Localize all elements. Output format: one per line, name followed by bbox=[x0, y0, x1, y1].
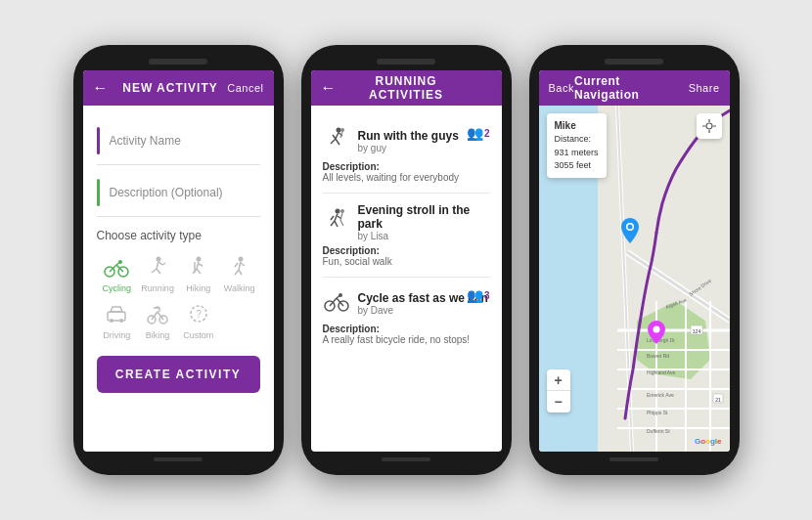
user-pin bbox=[619, 218, 641, 247]
description-label: Description (Optional) bbox=[110, 186, 223, 199]
biking-icon bbox=[143, 299, 172, 328]
phone-bottom-bar bbox=[154, 457, 203, 461]
back-arrow-icon[interactable]: ← bbox=[93, 79, 116, 97]
phone2-content: Run with the guys by guy 👥 2 Description… bbox=[311, 106, 502, 365]
group-badge-1: 👥 2 bbox=[467, 125, 490, 141]
phone-navigation: Back Current Navigation Share bbox=[529, 45, 740, 475]
phone3-screen: Back Current Navigation Share bbox=[539, 70, 730, 452]
svg-line-11 bbox=[162, 263, 165, 265]
svg-point-38 bbox=[340, 128, 344, 132]
svg-line-37 bbox=[333, 135, 336, 139]
custom-icon: ? bbox=[184, 299, 213, 328]
phone3-share-button[interactable]: Share bbox=[689, 82, 720, 94]
list-item[interactable]: Evening stroll in the park by Lisa Descr… bbox=[323, 194, 490, 278]
activity-icon-running bbox=[323, 125, 350, 157]
description-field[interactable]: Description (Optional) bbox=[97, 169, 260, 217]
svg-point-40 bbox=[335, 209, 339, 214]
custom-label: Custom bbox=[183, 330, 213, 340]
svg-line-8 bbox=[152, 269, 157, 273]
group-count-1: 2 bbox=[484, 128, 490, 139]
cancel-button[interactable]: Cancel bbox=[225, 82, 264, 94]
activity-icon-cycling bbox=[323, 287, 350, 320]
map-distance-label: Distance: bbox=[555, 133, 599, 147]
svg-line-3 bbox=[110, 265, 116, 272]
activity-type-cycling[interactable]: Cycling bbox=[97, 252, 138, 293]
phone2-bottom-bar bbox=[382, 457, 430, 461]
phone1-content: Activity Name Description (Optional) Cho… bbox=[83, 106, 274, 405]
group-badge-3: 👥 3 bbox=[467, 287, 490, 303]
desc-label-3: Description: bbox=[323, 324, 490, 334]
svg-text:124: 124 bbox=[692, 328, 700, 334]
svg-point-27 bbox=[119, 319, 123, 323]
activity-name-label: Activity Name bbox=[110, 134, 181, 148]
svg-line-23 bbox=[235, 263, 238, 267]
phone2-top-notch bbox=[377, 59, 435, 65]
svg-line-4 bbox=[116, 265, 123, 272]
svg-point-89 bbox=[653, 326, 659, 333]
svg-line-33 bbox=[336, 133, 338, 140]
activity-type-walking[interactable]: Walking bbox=[219, 252, 260, 293]
location-button[interactable] bbox=[697, 113, 722, 139]
activity-type-section-title: Choose activity type bbox=[97, 229, 260, 242]
running-label: Running bbox=[141, 283, 174, 293]
cycling-label: Cycling bbox=[103, 283, 132, 293]
svg-point-46 bbox=[340, 209, 344, 213]
field-bar-purple bbox=[97, 127, 100, 154]
svg-line-15 bbox=[197, 269, 201, 274]
map-user-name: Mike bbox=[555, 118, 599, 133]
phone3-back-button[interactable]: Back bbox=[549, 82, 574, 94]
activity-name-field[interactable]: Activity Name bbox=[97, 117, 260, 165]
phone2-title: RUNNING ACTIVITIES bbox=[344, 74, 469, 102]
svg-text:Highland Ave: Highland Ave bbox=[647, 369, 676, 375]
phone1-header: ← NEW ACTIVITY Cancel bbox=[83, 70, 274, 106]
phone-top-notch bbox=[149, 59, 207, 65]
zoom-in-button[interactable]: + bbox=[547, 369, 570, 391]
svg-text:Phipps St: Phipps St bbox=[647, 410, 668, 415]
activity-type-hiking[interactable]: Hiking bbox=[178, 252, 219, 293]
svg-point-26 bbox=[110, 319, 113, 323]
activity-type-biking[interactable]: Biking bbox=[137, 299, 178, 340]
svg-text:Bowen Rd: Bowen Rd bbox=[647, 353, 669, 359]
svg-text:Dufferin St: Dufferin St bbox=[647, 428, 670, 434]
map-view[interactable]: Algae Ave Shore Drive Lindbergh Dr Bowen… bbox=[539, 106, 730, 452]
biking-label: Biking bbox=[146, 330, 170, 340]
activity-name-1: Run with the guys bbox=[358, 129, 459, 143]
hiking-icon bbox=[184, 252, 213, 282]
svg-line-22 bbox=[241, 263, 245, 266]
phone2-back-icon[interactable]: ← bbox=[321, 79, 344, 97]
activity-type-grid: Cycling bbox=[97, 252, 260, 340]
zoom-out-button[interactable]: − bbox=[547, 391, 570, 412]
svg-text:21: 21 bbox=[715, 397, 721, 403]
desc-text-1: All levels, waiting for everybody bbox=[323, 172, 490, 183]
activity-type-driving[interactable]: Driving bbox=[97, 299, 138, 340]
svg-line-10 bbox=[158, 262, 162, 266]
hiking-label: Hiking bbox=[186, 283, 210, 293]
running-icon bbox=[143, 252, 172, 282]
desc-text-3: A really fast bicycle ride, no stops! bbox=[323, 334, 490, 345]
zoom-controls: + − bbox=[547, 369, 570, 412]
list-item[interactable]: Cycle as fast as we can by Dave 👥 3 Desc… bbox=[323, 278, 490, 355]
phone1-title: NEW ACTIVITY bbox=[116, 81, 225, 95]
create-activity-button[interactable]: CREATE ACTIVITY bbox=[97, 356, 260, 393]
group-icon-3: 👥 bbox=[467, 287, 483, 303]
field-bar-green bbox=[97, 179, 100, 206]
list-item[interactable]: Run with the guys by guy 👥 2 Description… bbox=[323, 115, 490, 194]
svg-line-35 bbox=[336, 139, 339, 145]
desc-label-1: Description: bbox=[323, 161, 490, 172]
activity-type-custom[interactable]: ? Custom bbox=[178, 299, 219, 340]
svg-line-16 bbox=[199, 264, 203, 266]
svg-line-7 bbox=[157, 262, 158, 270]
svg-line-13 bbox=[197, 262, 199, 270]
activity-by-2: by Lisa bbox=[358, 231, 490, 241]
map-distance-meters: 931 meters bbox=[555, 147, 599, 160]
desc-text-2: Fun, social walk bbox=[323, 256, 490, 267]
svg-line-43 bbox=[335, 221, 338, 227]
google-logo: Google bbox=[695, 437, 722, 446]
activity-type-running[interactable]: Running bbox=[137, 252, 178, 293]
phone3-header: Back Current Navigation Share bbox=[539, 70, 730, 106]
svg-text:Emerick Ave: Emerick Ave bbox=[647, 392, 674, 398]
svg-text:?: ? bbox=[196, 309, 202, 320]
svg-line-48 bbox=[340, 220, 343, 226]
svg-point-88 bbox=[627, 225, 632, 230]
svg-line-19 bbox=[239, 262, 241, 271]
